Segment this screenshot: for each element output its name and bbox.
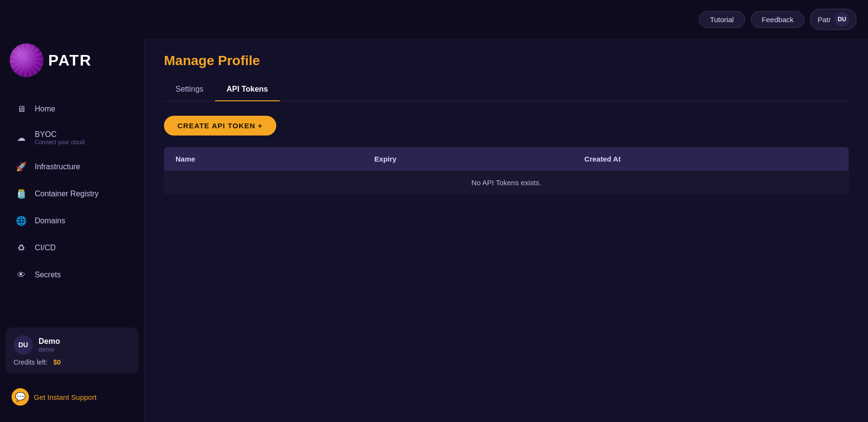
sidebar-item-home-label: Home (35, 105, 55, 113)
sidebar-logo: PATR (0, 39, 144, 92)
main-content: Manage Profile Settings API Tokens CREAT… (145, 39, 868, 422)
home-icon: 🖥 (15, 103, 27, 115)
col-name: Name (164, 147, 363, 171)
sidebar-item-cicd[interactable]: ♻ CI/CD (4, 235, 140, 260)
sidebar-item-home[interactable]: 🖥 Home (4, 96, 140, 122)
user-avatar: DU (14, 335, 33, 354)
globe-icon: 🌐 (15, 215, 27, 227)
sidebar-item-container-registry[interactable]: 🫙 Container Registry (4, 181, 140, 206)
feedback-button[interactable]: Feedback (751, 11, 805, 28)
sidebar-item-infrastructure-label: Infrastructure (35, 163, 80, 171)
sidebar-item-byoc-sub: Connect your cloud (35, 139, 84, 146)
sidebar-item-byoc[interactable]: ☁ BYOC Connect your cloud (4, 123, 140, 152)
tabs: Settings API Tokens (164, 80, 849, 101)
logo-text: PATR (48, 52, 92, 69)
sidebar-item-byoc-label: BYOC (35, 130, 84, 139)
empty-state-message: No API Tokens exists. (164, 171, 849, 194)
sidebar-item-infrastructure[interactable]: 🚀 Infrastructure (4, 154, 140, 179)
sidebar: PATR 🖥 Home ☁ BYOC Connect your cloud 🚀 (0, 39, 145, 422)
user-card: DU Demo demo Credits left: $0 (6, 327, 138, 374)
chat-icon: 💬 (12, 388, 29, 406)
user-display-name: Demo (39, 337, 60, 346)
logo-icon (10, 43, 43, 77)
tutorial-button[interactable]: Tutorial (699, 11, 745, 28)
topbar: Tutorial Feedback Patr DU (0, 0, 868, 39)
user-username: demo (39, 346, 60, 353)
table-header: Name Expiry Created At (164, 147, 849, 171)
rocket-icon: 🚀 (15, 161, 27, 173)
token-table: Name Expiry Created At No API Tokens exi… (164, 147, 849, 194)
cicd-icon: ♻ (15, 242, 27, 254)
sidebar-item-domains[interactable]: 🌐 Domains (4, 208, 140, 233)
page-title: Manage Profile (164, 53, 849, 68)
main-layout: PATR 🖥 Home ☁ BYOC Connect your cloud 🚀 (0, 39, 868, 422)
credits-label: Credits left: (14, 358, 48, 366)
container-registry-icon: 🫙 (15, 188, 27, 200)
table-body: No API Tokens exists. (164, 171, 849, 194)
credits-amount: $0 (53, 358, 61, 366)
cloud-icon: ☁ (15, 132, 27, 144)
tab-api-tokens[interactable]: API Tokens (215, 80, 280, 101)
credits-row: Credits left: $0 (14, 358, 131, 366)
support-label: Get Instant Support (34, 393, 96, 401)
user-menu[interactable]: Patr DU (810, 9, 856, 30)
sidebar-item-secrets-label: Secrets (35, 271, 61, 279)
sidebar-item-secrets[interactable]: 👁 Secrets (4, 262, 140, 287)
empty-state-row: No API Tokens exists. (164, 171, 849, 194)
sidebar-nav: 🖥 Home ☁ BYOC Connect your cloud 🚀 Infra… (0, 92, 144, 320)
topbar-avatar: DU (835, 12, 849, 27)
col-expiry: Expiry (363, 147, 573, 171)
sidebar-item-domains-label: Domains (35, 217, 65, 225)
sidebar-item-cicd-label: CI/CD (35, 244, 56, 252)
tab-settings[interactable]: Settings (164, 80, 215, 101)
col-created-at: Created At (573, 147, 849, 171)
topbar-username: Patr (817, 15, 831, 24)
content-inner: Manage Profile Settings API Tokens CREAT… (145, 39, 868, 209)
sidebar-item-container-registry-label: Container Registry (35, 190, 99, 198)
create-api-token-button[interactable]: CREATE API TOKEN + (164, 116, 276, 136)
support-button[interactable]: 💬 Get Instant Support (0, 381, 144, 412)
eye-icon: 👁 (15, 269, 27, 281)
